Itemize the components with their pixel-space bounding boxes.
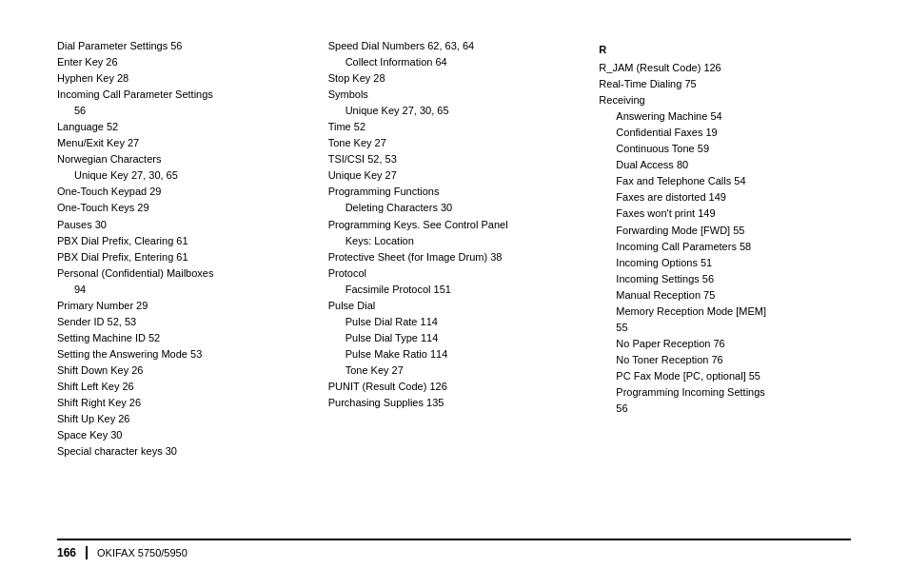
list-item: Protective Sheet (for Image Drum) 38: [328, 249, 581, 265]
list-item: Incoming Options 51: [599, 255, 851, 271]
list-item: Dial Parameter Settings 56: [57, 38, 309, 54]
list-item: Deleting Characters 30: [328, 200, 581, 216]
list-item: Tone Key 27: [328, 135, 581, 151]
list-item: Unique Key 27, 30, 65: [328, 103, 581, 119]
list-item: Unique Key 27, 30, 65: [57, 167, 309, 184]
list-item: Sender ID 52, 53: [57, 314, 309, 330]
list-item: Pulse Dial Rate 114: [328, 314, 581, 330]
list-item: No Toner Reception 76: [599, 352, 851, 368]
list-item: Faxes won't print 149: [599, 206, 851, 222]
column-left: Dial Parameter Settings 56Enter Key 26Hy…: [57, 38, 328, 529]
list-item: Personal (Confidential) Mailboxes: [57, 265, 309, 282]
list-item: Special character keys 30: [57, 443, 309, 460]
list-item: Continuous Tone 59: [599, 141, 851, 157]
list-item: Shift Down Key 26: [57, 363, 309, 379]
list-item: Facsimile Protocol 151: [328, 282, 581, 298]
list-item: 94: [57, 282, 309, 298]
list-item: Shift Left Key 26: [57, 379, 309, 395]
list-item: Protocol: [328, 265, 581, 282]
list-item: Time 52: [328, 119, 581, 135]
column-right: RR_JAM (Result Code) 126Real-Time Dialin…: [599, 38, 851, 529]
list-item: Pulse Dial Type 114: [328, 330, 581, 346]
list-item: R_JAM (Result Code) 126: [599, 60, 851, 76]
list-item: Menu/Exit Key 27: [57, 135, 309, 151]
list-item: Primary Number 29: [57, 298, 309, 314]
list-item: Real-Time Dialing 75: [599, 76, 851, 92]
list-item: Shift Up Key 26: [57, 411, 309, 427]
footer-title: OKIFAX 5750/5950: [97, 547, 188, 559]
list-item: Manual Reception 75: [599, 287, 851, 304]
footer: 166 OKIFAX 5750/5950: [57, 539, 851, 559]
list-item: One-Touch Keys 29: [57, 200, 309, 216]
list-item: Memory Reception Mode [MEM]: [599, 304, 851, 320]
list-item: Collect Information 64: [328, 54, 581, 70]
page-number: 166: [57, 546, 88, 559]
list-item: Setting Machine ID 52: [57, 330, 309, 346]
list-item: 56: [599, 401, 851, 417]
page-container: Dial Parameter Settings 56Enter Key 26Hy…: [0, 0, 908, 588]
list-item: Fax and Telephone Calls 54: [599, 173, 851, 189]
list-item: Pulse Dial: [328, 298, 581, 314]
list-item: Keys: Location: [328, 233, 581, 249]
list-item: Speed Dial Numbers 62, 63, 64: [328, 38, 581, 54]
list-item: Pauses 30: [57, 217, 309, 233]
list-item: Programming Keys. See Control Panel: [328, 217, 581, 233]
list-item: Language 52: [57, 119, 309, 135]
list-item: PUNIT (Result Code) 126: [328, 379, 581, 395]
list-item: Setting the Answering Mode 53: [57, 346, 309, 363]
list-item: Space Key 30: [57, 427, 309, 443]
list-item: Incoming Settings 56: [599, 271, 851, 287]
list-item: Tone Key 27: [328, 363, 581, 379]
list-item: PBX Dial Prefix, Clearing 61: [57, 233, 309, 249]
content-area: Dial Parameter Settings 56Enter Key 26Hy…: [57, 38, 851, 529]
list-item: Norwegian Characters: [57, 151, 309, 167]
list-item: Pulse Make Ratio 114: [328, 346, 581, 363]
list-item: Hyphen Key 28: [57, 70, 309, 87]
list-item: Confidential Faxes 19: [599, 125, 851, 141]
list-item: Purchasing Supplies 135: [328, 395, 581, 411]
list-item: Answering Machine 54: [599, 108, 851, 125]
list-item: Forwarding Mode [FWD] 55: [599, 223, 851, 239]
list-item: PBX Dial Prefix, Entering 61: [57, 249, 309, 265]
list-item: Symbols: [328, 87, 581, 103]
list-item: PC Fax Mode [PC, optional] 55: [599, 368, 851, 384]
list-item: Faxes are distorted 149: [599, 189, 851, 206]
list-item: Incoming Call Parameter Settings: [57, 87, 309, 103]
list-item: Incoming Call Parameters 58: [599, 239, 851, 255]
list-item: One-Touch Keypad 29: [57, 184, 309, 200]
list-item: Receiving: [599, 92, 851, 108]
list-item: Programming Functions: [328, 184, 581, 200]
list-item: Stop Key 28: [328, 70, 581, 87]
section-header-r: R: [599, 42, 851, 58]
column-middle: Speed Dial Numbers 62, 63, 64Collect Inf…: [328, 38, 600, 529]
list-item: No Paper Reception 76: [599, 336, 851, 352]
list-item: Enter Key 26: [57, 54, 309, 70]
list-item: Programming Incoming Settings: [599, 384, 851, 401]
list-item: Dual Access 80: [599, 157, 851, 173]
list-item: Shift Right Key 26: [57, 395, 309, 411]
list-item: 56: [57, 103, 309, 119]
list-item: TSI/CSI 52, 53: [328, 151, 581, 167]
list-item: Unique Key 27: [328, 167, 581, 184]
list-item: 55: [599, 320, 851, 336]
